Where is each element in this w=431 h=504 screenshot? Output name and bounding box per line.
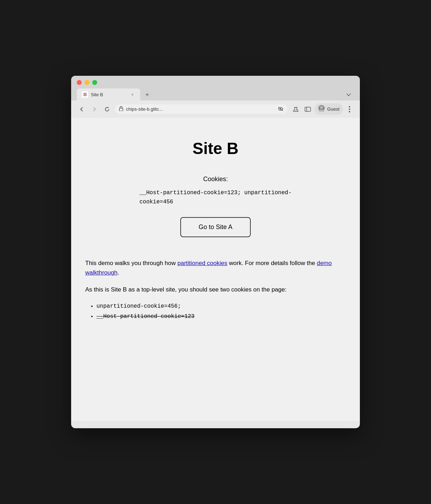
svg-point-10 (295, 110, 295, 111)
lab-icon (293, 106, 299, 112)
cookies-label: Cookies: (85, 176, 346, 183)
tabs-row: Site B × + (77, 88, 354, 100)
sidebar-icon (305, 107, 311, 112)
list-item: __Host-partitioned-cookie=123 (96, 312, 346, 322)
description-para-2: As this is Site B as a top-level site, y… (85, 285, 346, 294)
toolbar: chips-site-b.glitc... (71, 100, 360, 118)
tab-favicon (82, 91, 88, 98)
minimize-traffic-light[interactable] (85, 80, 89, 85)
svg-point-19 (349, 111, 350, 112)
address-text: chips-site-b.glitc... (126, 106, 275, 112)
lock-svg (119, 106, 123, 111)
eye-slash-svg (278, 107, 283, 111)
maximize-traffic-light[interactable] (92, 80, 97, 85)
cookies-section: Cookies: __Host-partitioned-cookie=123; … (85, 176, 346, 237)
forward-icon (92, 106, 97, 112)
forward-button[interactable] (89, 104, 99, 114)
lock-icon (119, 106, 123, 112)
lab-extensions-button[interactable] (291, 104, 301, 115)
svg-rect-5 (119, 108, 123, 111)
list-item: unpartitioned-cookie=456; (96, 301, 346, 312)
go-to-site-button[interactable]: Go to Site A (180, 217, 251, 237)
profile-avatar-icon (318, 105, 325, 113)
more-icon (349, 106, 350, 113)
svg-point-11 (296, 109, 297, 110)
browser-window: Site B × + (71, 76, 360, 428)
svg-point-15 (320, 106, 323, 109)
partitioned-cookies-link[interactable]: partitioned cookies (177, 260, 227, 266)
back-button[interactable] (77, 104, 87, 114)
svg-point-18 (349, 109, 350, 110)
profile-name-label: Guest (327, 106, 339, 112)
description-para-1: This demo walks you through how partitio… (85, 258, 346, 277)
tab-close-button[interactable]: × (130, 92, 135, 97)
svg-rect-12 (305, 107, 311, 111)
desc-para1-prefix: This demo walks you through how (85, 260, 177, 266)
reload-icon (104, 106, 110, 112)
tab-chevron-button[interactable] (343, 89, 354, 100)
cookie-value: __Host-partitioned-cookie=123; unpartiti… (139, 189, 292, 207)
avatar-svg (318, 105, 325, 112)
title-bar: Site B × + (71, 76, 360, 100)
toolbar-actions: Guest (291, 103, 354, 115)
desc-para1-middle: work. For more details follow the (227, 260, 317, 266)
more-options-button[interactable] (344, 104, 354, 114)
close-traffic-light[interactable] (77, 80, 82, 85)
tab-title: Site B (91, 92, 127, 97)
page-content: Site B Cookies: __Host-partitioned-cooki… (71, 118, 360, 421)
profile-button[interactable]: Guest (314, 103, 343, 115)
reload-button[interactable] (102, 104, 112, 114)
tracking-protection-icon[interactable] (278, 106, 283, 112)
new-tab-button[interactable]: + (142, 89, 153, 100)
address-bar[interactable]: chips-site-b.glitc... (115, 104, 288, 114)
active-tab[interactable]: Site B × (77, 88, 140, 100)
description-section: This demo walks you through how partitio… (85, 258, 346, 321)
back-icon (79, 106, 85, 112)
sidebar-toggle-button[interactable] (302, 104, 313, 115)
svg-point-17 (349, 106, 350, 107)
traffic-lights (77, 80, 354, 85)
site-title: Site B (85, 139, 346, 158)
chevron-down-icon (346, 92, 351, 97)
bullet-list: unpartitioned-cookie=456; __Host-partiti… (85, 301, 346, 322)
desc-para1-suffix: . (118, 269, 119, 276)
